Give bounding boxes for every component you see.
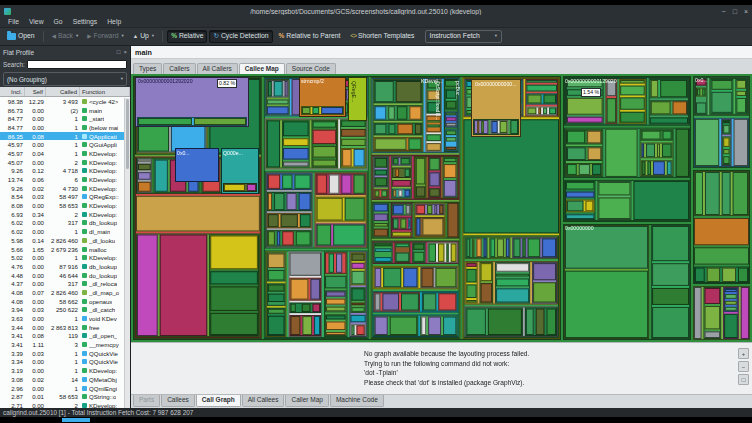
back-dropdown-caret-icon[interactable]: ▾ [76,34,78,39]
table-row[interactable]: 8.080.0058 653KDevelop: [0,201,130,210]
table-row[interactable]: 98.3812.293 493<cycle 42> [0,97,130,106]
table-row[interactable]: 45.070.002KDevelop: [0,158,130,167]
table-scrollbar[interactable] [124,98,130,408]
table-row[interactable]: 3.630.001void KDev [0,314,130,323]
table-row[interactable]: 5.980.142 826 460_dl_looku [0,236,130,245]
forward-dropdown-caret-icon[interactable]: ▾ [121,34,123,39]
back-button[interactable]: ◀ Back ▾ [48,30,83,43]
maximize-button[interactable]: □ [733,8,737,15]
table-row[interactable]: 45.970.041KDevelop: [0,149,130,158]
cell-called: 4 718 [46,167,80,174]
menu-item-file[interactable]: File [3,19,24,26]
table-row[interactable]: 3.340.001QQuickVie [0,358,130,367]
table-row[interactable]: 84.770.001_start [0,114,130,123]
tab-callees[interactable]: Callees [161,395,195,407]
function-icon [82,238,87,243]
function-name: QQuickVie [89,358,118,365]
cell-incl: 4.08 [0,289,25,296]
tab-all-callees[interactable]: All Callees [242,395,285,407]
table-row[interactable]: 4.370.00317_dl_reloca [0,279,130,288]
tab-call-graph[interactable]: Call Graph [196,395,241,407]
table-row[interactable]: 86.730.00(2)main [0,106,130,115]
tab-machine-code[interactable]: Machine Code [330,395,384,407]
table-row[interactable]: 3.390.031QQuickVie [0,349,130,358]
column-function[interactable]: Function [80,87,130,96]
table-row[interactable]: 9.260.124 718KDevelop: [0,167,130,176]
table-row[interactable]: 9.260.024 730KDevelop: [0,184,130,193]
zoom-in-button[interactable]: + [738,348,749,359]
table-row[interactable]: 4.080.0058 662openaux [0,297,130,306]
table-row[interactable]: 3.080.0214QMetaObj [0,375,130,384]
column-incl[interactable]: Incl. [0,87,25,96]
menu-item-go[interactable]: Go [49,19,68,26]
table-row[interactable]: 4.760.0087 916db_lookup [0,262,130,271]
up-dropdown-caret-icon[interactable]: ▾ [152,34,154,39]
scrollbar-thumb[interactable] [126,99,129,169]
menu-item-help[interactable]: Help [102,19,126,26]
table-row[interactable]: 4.080.072 826 460_dl_map_o [0,288,130,297]
table-row[interactable]: 5.661.652 679 236malloc [0,245,130,254]
table-row[interactable]: 2.960.001QQmlEngi [0,384,130,393]
function-icon [82,247,87,252]
table-row[interactable]: 45.970.001QGuiAppli [0,140,130,149]
table-row[interactable]: 5.020.001KDevelop: [0,253,130,262]
minimize-button[interactable]: − [722,8,726,15]
open-button[interactable]: Open [3,30,39,43]
cell-called: 1 [46,115,80,122]
column-called[interactable]: Called [46,87,80,96]
tab-parts[interactable]: Parts [133,395,160,407]
cell-incl: 45.97 [0,141,25,148]
grouping-combobox[interactable]: (No Grouping) ▾ [3,72,127,86]
search-input[interactable] [27,60,127,69]
cell-called: 3 493 [46,98,80,105]
menu-item-view[interactable]: View [24,19,49,26]
window-titlebar[interactable]: /home/sergsbot/Documents/GCS/screenshots… [0,5,752,17]
function-name: db_lookup [89,263,117,270]
cell-function: free [80,324,130,331]
tab-caller-map[interactable]: Caller Map [285,395,328,407]
shorten-templates-button[interactable]: <>Shorten Templates [346,30,418,43]
table-row[interactable]: 3.410.08119_dl_open_ [0,332,130,341]
table-row[interactable]: 6.930.342KDevelop: [0,210,130,219]
table-row[interactable]: 8.540.0358 497QRegExp:: [0,193,130,202]
table-row[interactable]: 2.870.0158 653QString::o [0,392,130,401]
table-row[interactable]: 3.940.03250 622_dl_catch [0,306,130,315]
table-row[interactable]: 84.770.001(below mai [0,123,130,132]
cell-called: 58 653 [46,202,80,209]
cell-function: QQuickVie [80,358,130,365]
close-panel-icon[interactable]: × [123,49,127,55]
close-button[interactable]: × [744,8,748,15]
table-row[interactable]: 3.190.001KDevelop: [0,366,130,375]
tab-callers[interactable]: Callers [163,63,195,75]
zoom-fit-button[interactable]: □ [738,374,749,385]
forward-button[interactable]: ▶ Forward ▾ [83,30,127,43]
table-row[interactable]: 13.740.066KDevelop: [0,175,130,184]
cell-self: 0.00 [25,324,46,331]
callee-treemap[interactable] [131,74,752,342]
menu-item-settings[interactable]: Settings [68,19,103,26]
tab-callee-map[interactable]: Callee Map [239,63,285,75]
tab-types[interactable]: Types [133,63,162,75]
relative-button[interactable]: %Relative [167,30,207,43]
relative-to-parent-button[interactable]: %Relative to Parent [275,30,345,43]
table-row[interactable]: 2.710.002KDevelop: [0,401,130,408]
tab-all-callers[interactable]: All Callers [197,63,238,75]
float-panel-icon[interactable]: □ [117,49,121,55]
table-row[interactable]: 3.440.002 863 813free [0,323,130,332]
table-row[interactable]: 3.411.113__memcpy [0,340,130,349]
cell-called: 2 679 236 [46,246,80,253]
cycle-detection-button[interactable]: ↻Cycle Detection [209,30,272,43]
table-row[interactable]: 6.020.00317db_lookup [0,219,130,228]
column-self[interactable]: Self [25,87,46,96]
event-type-combobox[interactable]: Instruction Fetch ▾ [425,30,503,43]
tab-source-code[interactable]: Source Code [286,63,336,75]
cell-called: 1 [46,228,80,235]
table-row[interactable]: 86.350.081QApplicati [0,132,130,141]
function-icon [82,299,87,304]
zoom-out-button[interactable]: − [738,361,749,372]
shorten-templates-icon: <> [350,33,356,40]
cell-function: QMetaObj [80,376,130,383]
table-row[interactable]: 6.020.001dl_main [0,227,130,236]
table-row[interactable]: 4.480.0046 644do_lookup [0,271,130,280]
up-button[interactable]: ▲ Up ▾ [129,30,158,43]
